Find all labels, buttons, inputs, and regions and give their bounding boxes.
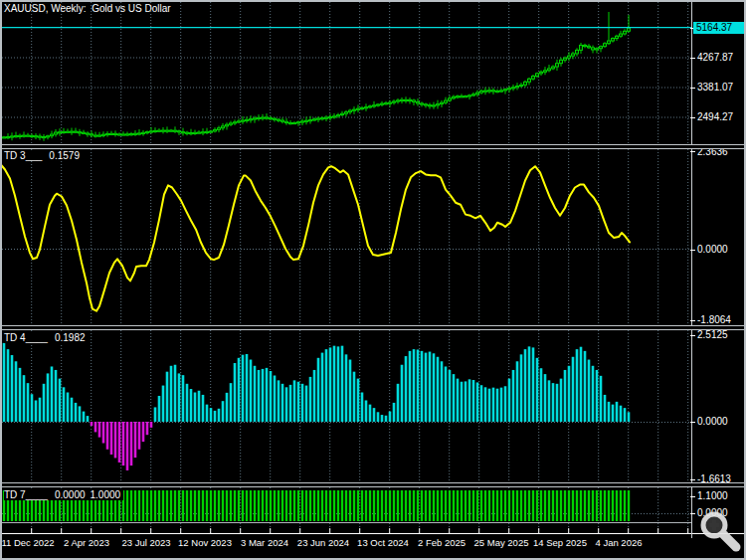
indicator-td4-name: TD 4____ — [4, 332, 48, 343]
magnifying-glass-plus-icon[interactable] — [697, 508, 745, 556]
td4-scale-label: 2.5125 — [697, 329, 745, 340]
indicator-td7-name: TD 7____ — [4, 489, 48, 500]
time-axis-label: 12 Nov 2023 — [173, 537, 237, 548]
td4-scale-label: 0.0000 — [697, 416, 745, 427]
price-scale-label: 4267.87 — [697, 52, 745, 63]
panel-divider[interactable] — [0, 144, 746, 149]
time-axis-label: 3 Mar 2024 — [233, 537, 296, 548]
time-axis-label: 13 Oct 2024 — [351, 537, 415, 548]
time-axis-label: 2 Feb 2025 — [410, 537, 473, 548]
price-scale-label: 2494.27 — [697, 111, 745, 122]
td3-scale-label: -1.8064 — [697, 314, 745, 325]
indicator-td3-value: 0.1579 — [49, 150, 80, 161]
time-axis-label: 14 Sep 2025 — [528, 537, 592, 548]
panel-divider[interactable] — [0, 325, 746, 330]
magnifier-handle — [724, 535, 737, 548]
indicator-td3-header: TD 3___0.1579 — [4, 150, 83, 161]
current-price-badge: 5164.37 — [693, 22, 745, 34]
time-axis-label: 4 Jan 2026 — [587, 537, 651, 548]
indicator-td7-value-2: 1.0000 — [91, 489, 121, 500]
indicator-td3-name: TD 3___ — [4, 150, 42, 161]
panel-divider[interactable] — [0, 482, 746, 487]
time-axis-label: 25 May 2025 — [469, 537, 533, 548]
chart-canvas[interactable] — [0, 0, 746, 560]
time-axis-label: 2 Apr 2023 — [55, 537, 118, 548]
chart-symbol-title: XAUUSD, Weekly: Gold vs US Dollar — [4, 3, 171, 14]
td3-scale-label: 0.0000 — [697, 244, 745, 255]
indicator-td7-value-1: 0.0000 — [55, 489, 86, 500]
time-axis-label: 23 Jul 2023 — [114, 537, 178, 548]
indicator-td4-header: TD 4____0.1982 — [4, 332, 89, 343]
time-axis-label: 11 Dec 2022 — [0, 537, 60, 548]
price-scale-label: 3381.07 — [697, 82, 745, 93]
td7-scale-label: 1.1000 — [697, 490, 745, 501]
indicator-td4-value: 0.1982 — [55, 332, 86, 343]
indicator-td7-header: TD 7____0.00001.0000 — [4, 489, 123, 500]
time-axis-label: 23 Jun 2024 — [291, 537, 355, 548]
trading-chart-window: XAUUSD, Weekly: Gold vs US Dollar 5164.3… — [0, 0, 746, 560]
